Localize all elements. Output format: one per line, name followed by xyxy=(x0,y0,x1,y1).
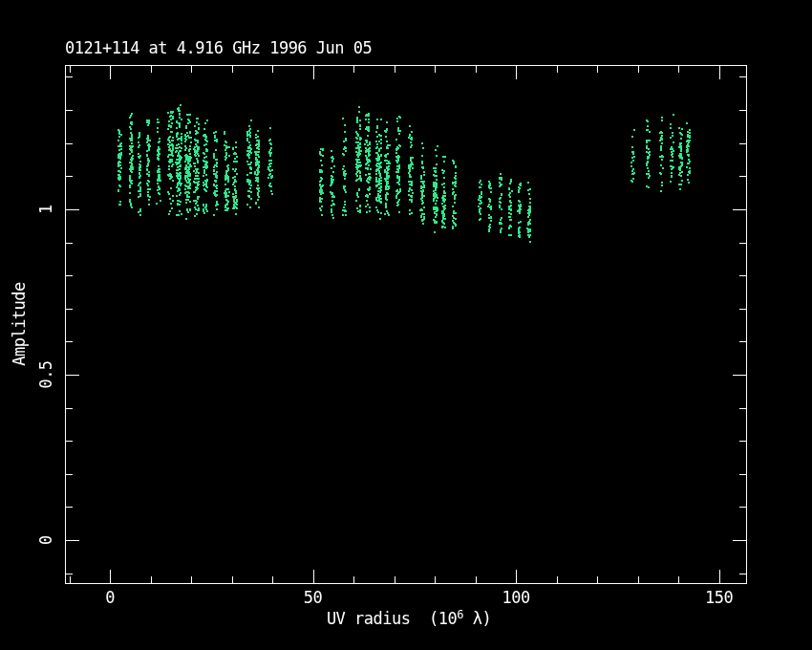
y-tick-label: 0.5 xyxy=(36,360,55,388)
scatter-plot-canvas xyxy=(0,0,812,650)
x-tick-label: 0 xyxy=(105,588,115,607)
y-axis-label: Amplitude xyxy=(10,282,29,366)
x-tick-label: 150 xyxy=(705,588,733,607)
x-axis-label: UV radius (106 λ) xyxy=(327,609,491,628)
y-tick-label: 0 xyxy=(36,535,55,545)
plot-title: 0121+114 at 4.916 GHz 1996 Jun 05 xyxy=(65,38,372,57)
x-tick-label: 100 xyxy=(502,588,529,607)
y-tick-label: 1 xyxy=(36,205,55,214)
x-tick-label: 50 xyxy=(304,588,322,607)
x-axis-label-text: UV radius (10 xyxy=(327,609,457,628)
x-axis-label-unit: λ) xyxy=(463,609,491,628)
uv-amplitude-plot-window: 0121+114 at 4.916 GHz 1996 Jun 05 Amplit… xyxy=(0,0,812,650)
x-axis-label-exponent: 6 xyxy=(457,608,463,621)
